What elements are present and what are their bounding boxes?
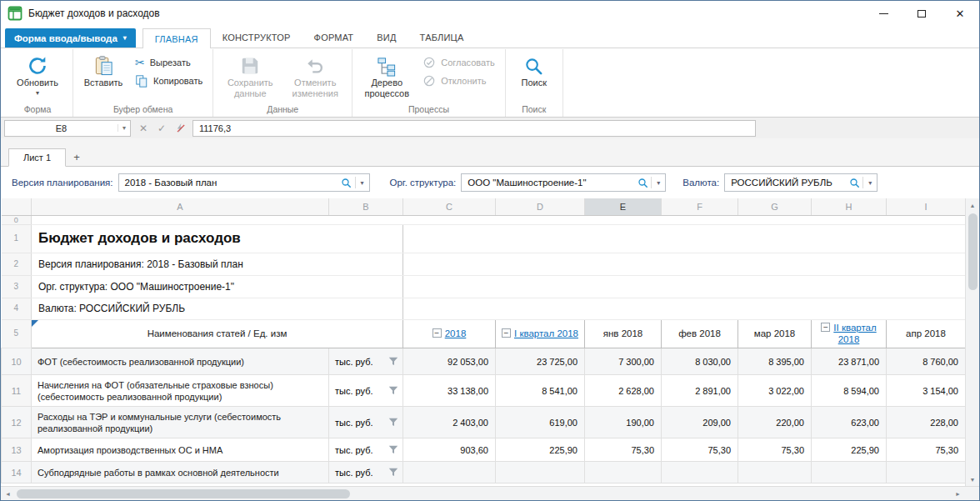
- row-number[interactable]: 14: [2, 462, 32, 483]
- maximize-button[interactable]: [902, 1, 941, 26]
- row-number[interactable]: 1: [2, 224, 32, 253]
- refresh-button[interactable]: Обновить ▾: [7, 50, 68, 98]
- cell[interactable]: 8 395,00: [738, 348, 812, 375]
- item-name-cell[interactable]: Субподрядные работы в рамках основной де…: [32, 462, 329, 483]
- unit-cell[interactable]: тыс. руб.: [329, 348, 403, 375]
- cell[interactable]: [496, 462, 585, 483]
- row-number[interactable]: 11: [2, 375, 32, 407]
- cell[interactable]: 3 022,00: [738, 375, 812, 407]
- row-number[interactable]: 0: [2, 215, 32, 224]
- cell[interactable]: [585, 462, 662, 483]
- vertical-scrollbar[interactable]: ▲ ▼: [965, 198, 979, 486]
- row-number[interactable]: 4: [2, 298, 32, 319]
- column-header-f[interactable]: F: [662, 198, 738, 215]
- row-number[interactable]: 10: [2, 348, 32, 375]
- row-number[interactable]: 13: [2, 438, 32, 462]
- cell[interactable]: [403, 253, 966, 275]
- cell[interactable]: 75,30: [585, 438, 662, 462]
- report-title-cell[interactable]: Бюджет доходов и расходов: [32, 224, 403, 253]
- filter-funnel-icon[interactable]: [388, 386, 398, 395]
- form-io-menu-button[interactable]: Форма ввода/вывода ▾: [5, 28, 136, 48]
- cell[interactable]: [32, 215, 966, 224]
- currency-input[interactable]: РОССИЙСКИЙ РУБЛЬ ▾: [724, 173, 878, 192]
- chevron-down-icon[interactable]: ▾: [118, 124, 130, 132]
- cell[interactable]: [403, 462, 496, 483]
- cell[interactable]: 33 138,00: [403, 375, 496, 407]
- column-header-h[interactable]: H: [812, 198, 887, 215]
- function-icon[interactable]: [173, 123, 187, 133]
- column-header-i[interactable]: I: [887, 198, 966, 215]
- undo-changes-button[interactable]: Отменить изменения: [282, 50, 348, 100]
- cell[interactable]: 2 628,00: [585, 375, 662, 407]
- paste-button[interactable]: Вставить: [78, 50, 129, 89]
- row-number[interactable]: 5: [2, 319, 32, 348]
- search-icon[interactable]: [634, 178, 651, 188]
- tab-tablica[interactable]: ТАБЛИЦА: [408, 28, 476, 48]
- cell[interactable]: 8 541,00: [496, 375, 585, 407]
- cell[interactable]: 619,00: [496, 407, 585, 438]
- scroll-left-icon[interactable]: ◄: [1, 487, 15, 500]
- cell[interactable]: 225,90: [496, 438, 585, 462]
- item-name-cell[interactable]: Расходы на ТЭР и коммунальные услуги (се…: [32, 407, 329, 438]
- cell[interactable]: [403, 298, 966, 319]
- search-button[interactable]: Поиск: [510, 50, 558, 89]
- scroll-right-icon[interactable]: ►: [951, 487, 965, 500]
- confirm-entry-button[interactable]: ✓: [155, 123, 168, 134]
- cell[interactable]: [887, 462, 966, 483]
- cell[interactable]: [738, 462, 812, 483]
- cell[interactable]: 225,90: [812, 438, 887, 462]
- row-number[interactable]: 3: [2, 275, 32, 298]
- column-header-c[interactable]: C: [403, 198, 496, 215]
- chevron-down-icon[interactable]: ▾: [863, 179, 877, 187]
- org-structure-input[interactable]: ООО "Машиностроение-1" ▾: [461, 173, 666, 192]
- year-2018-header-cell[interactable]: −2018: [403, 319, 496, 348]
- minimize-button[interactable]: [864, 1, 902, 26]
- cell[interactable]: 209,00: [662, 407, 738, 438]
- collapse-icon[interactable]: −: [432, 328, 442, 338]
- unit-cell[interactable]: тыс. руб.: [329, 438, 403, 462]
- column-header-b[interactable]: B: [329, 198, 403, 215]
- cancel-entry-button[interactable]: ✕: [137, 123, 150, 134]
- cell[interactable]: [403, 275, 966, 298]
- column-header-g[interactable]: G: [738, 198, 812, 215]
- item-name-cell[interactable]: Амортизация производственных ОС и НМА: [32, 438, 329, 462]
- unit-cell[interactable]: тыс. руб.: [329, 407, 403, 438]
- items-header-cell[interactable]: Наименования статей / Ед. изм: [32, 319, 403, 348]
- tab-glavnaya[interactable]: ГЛАВНАЯ: [142, 28, 211, 48]
- collapse-icon[interactable]: −: [821, 323, 830, 332]
- unit-cell[interactable]: тыс. руб.: [329, 375, 403, 407]
- cut-button[interactable]: ✂ Вырезать: [129, 53, 208, 72]
- cell[interactable]: 92 053,00: [403, 348, 496, 375]
- cell-name-box[interactable]: E8 ▾: [4, 120, 131, 137]
- row-number[interactable]: 2: [2, 253, 32, 275]
- reject-button[interactable]: Отклонить: [417, 72, 500, 90]
- cell[interactable]: 2 403,00: [403, 407, 496, 438]
- q1-2018-header-cell[interactable]: −I квартал 2018: [496, 319, 585, 348]
- cell[interactable]: 8 594,00: [812, 375, 887, 407]
- version-info-cell[interactable]: Версия планирования: 2018 - Базовый план: [32, 253, 403, 275]
- copy-button[interactable]: Копировать: [129, 72, 208, 90]
- cell[interactable]: 23 725,00: [496, 348, 585, 375]
- cell[interactable]: 3 154,00: [887, 375, 966, 407]
- vertical-scroll-thumb[interactable]: [968, 213, 978, 290]
- currency-info-cell[interactable]: Валюта: РОССИЙСКИЙ РУБЛЬ: [32, 298, 403, 319]
- scroll-up-icon[interactable]: ▲: [966, 198, 979, 212]
- search-icon[interactable]: [846, 178, 862, 188]
- horizontal-scrollbar[interactable]: ◄ ►: [1, 486, 979, 500]
- cell[interactable]: 8 760,00: [887, 348, 966, 375]
- sheet-tab-list1[interactable]: Лист 1: [8, 148, 66, 167]
- org-info-cell[interactable]: Орг. структура: ООО "Машиностроение-1": [32, 275, 403, 298]
- jan-2018-header-cell[interactable]: янв 2018: [585, 319, 662, 348]
- cell[interactable]: 228,00: [887, 407, 966, 438]
- cell[interactable]: 75,30: [738, 438, 812, 462]
- planning-version-input[interactable]: 2018 - Базовый план ▾: [118, 173, 370, 192]
- collapse-icon[interactable]: −: [502, 328, 511, 338]
- filter-funnel-icon[interactable]: [388, 418, 398, 427]
- tab-vid[interactable]: ВИД: [365, 28, 408, 48]
- mar-2018-header-cell[interactable]: мар 2018: [738, 319, 812, 348]
- tab-format[interactable]: ФОРМАТ: [302, 28, 366, 48]
- row-number[interactable]: 12: [2, 407, 32, 438]
- search-icon[interactable]: [338, 178, 355, 188]
- grid-corner[interactable]: [2, 198, 32, 215]
- q2-2018-link[interactable]: II квартал 2018: [833, 323, 876, 345]
